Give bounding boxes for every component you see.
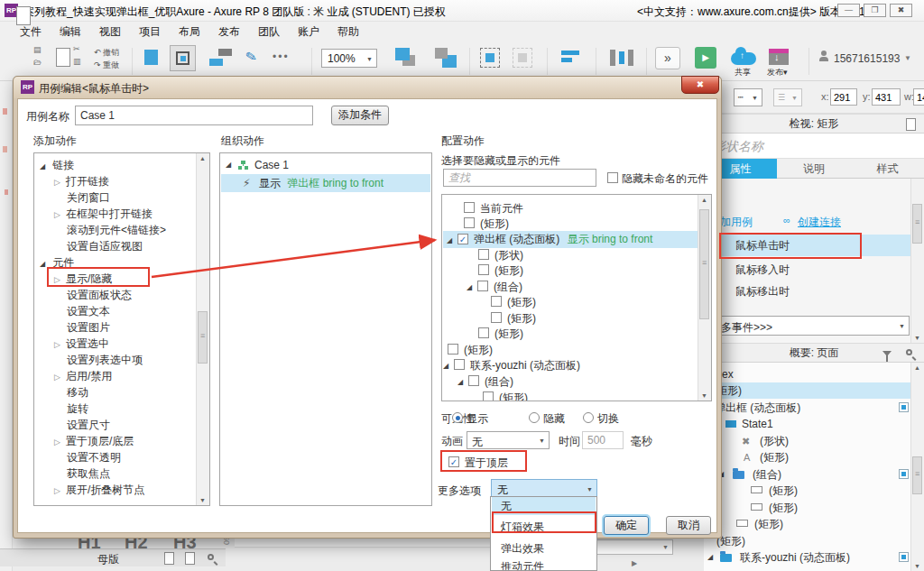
event-onclick[interactable]: 鼠标单击时 <box>704 235 911 256</box>
outline-row-rect[interactable]: (矩形) <box>704 500 911 516</box>
action-item[interactable]: 设置列表选中项 <box>34 352 143 368</box>
time-input[interactable] <box>582 431 624 449</box>
publish-button[interactable]: 发布▾ <box>763 45 799 76</box>
cancel-button[interactable]: 取消 <box>666 516 711 535</box>
ok-button[interactable]: 确定 <box>604 516 649 535</box>
outline-row-state1[interactable]: State1 <box>704 416 911 432</box>
tree-row[interactable]: ◢(组合) <box>442 279 698 295</box>
outline-filter-icon[interactable] <box>882 351 892 356</box>
border-style-select[interactable]: ┅▼ <box>734 88 762 106</box>
dropdown-item-push[interactable]: 推动元件 <box>492 558 596 571</box>
bring-front-checkbox[interactable]: ✓ <box>448 456 459 467</box>
menu-layout[interactable]: 布局 <box>170 24 209 40</box>
hide-unnamed-checkbox[interactable] <box>607 172 618 183</box>
radio-hide[interactable] <box>529 412 540 423</box>
tree-row[interactable]: (矩形) <box>442 342 698 358</box>
create-link-link[interactable]: 创建连接 <box>798 215 841 230</box>
action-item[interactable]: 旋转 <box>34 401 88 417</box>
tree-row[interactable]: (矩形) <box>442 310 698 327</box>
align-icon[interactable] <box>561 51 579 62</box>
send-backward-icon[interactable] <box>435 48 458 68</box>
action-item[interactable]: ▷设置选中 <box>34 336 109 352</box>
add-folder-icon[interactable] <box>185 552 195 565</box>
more-options-select[interactable]: 无▼ <box>491 479 597 498</box>
outline-row-text-rect[interactable]: A (矩形) <box>704 449 911 465</box>
outline-row-popup-panel[interactable]: 弹出框 (动态面板) <box>704 400 911 416</box>
outline-row-contact-panel[interactable]: ◢ 联系-youzhi (动态面板) <box>704 549 911 566</box>
widget-tree-scrollbar[interactable]: ▲ ▼ <box>698 195 711 401</box>
more-events-select[interactable]: 更多事件>>>▼ <box>706 316 910 336</box>
pen-tool-icon[interactable]: ✎ <box>245 48 259 66</box>
expand-toolbar-button[interactable]: » <box>655 47 680 69</box>
action-item[interactable]: 设置尺寸 <box>34 417 110 433</box>
masters-search-icon[interactable] <box>208 554 214 560</box>
account-chevron-icon[interactable]: ▼ <box>904 54 911 62</box>
preview-button[interactable]: ▶ <box>695 47 716 69</box>
paste-icon[interactable]: ▥ <box>73 57 81 66</box>
interactions-scrollbar[interactable]: ▼ <box>910 179 924 343</box>
outline-row-rect[interactable]: (矩形) <box>704 533 911 549</box>
action-item[interactable]: ▷置于顶层/底层 <box>34 433 134 449</box>
action-item[interactable]: ▷展开/折叠树节点 <box>34 482 144 498</box>
redo-button[interactable]: ↷ 重做 <box>94 60 119 71</box>
close-window-button[interactable]: ✖ <box>890 4 912 17</box>
dropdown-item-lightbox[interactable]: 灯箱效果 <box>492 515 596 539</box>
add-actions-scrollbar[interactable]: ▲ ▼ <box>196 153 209 505</box>
menu-publish[interactable]: 发布 <box>209 24 249 40</box>
dialog-close-button[interactable]: ✖ <box>681 76 719 94</box>
action-item[interactable]: 设置文本 <box>34 303 110 319</box>
popup-checkbox[interactable]: ✓ <box>457 234 468 244</box>
tree-row-contact[interactable]: ◢联系-youzhi (动态面板) <box>442 357 698 373</box>
action-item[interactable]: ▷在框架中打开链接 <box>34 206 152 222</box>
action-item[interactable]: 设置自适应视图 <box>34 238 143 254</box>
expand-icon[interactable]: ◢ <box>707 549 713 566</box>
outline-row-shape[interactable]: ✖ (形状) <box>704 433 911 449</box>
action-item[interactable]: 获取焦点 <box>34 465 110 482</box>
outline-row-group[interactable]: ◢ (组合) <box>704 466 911 483</box>
group-icon[interactable] <box>480 48 500 68</box>
restore-button[interactable]: ❐ <box>864 4 886 17</box>
zoom-level-select[interactable]: 100%▼ <box>321 49 377 68</box>
event-mouseout[interactable]: 鼠标移出时 <box>704 281 911 302</box>
tab-notes[interactable]: 说明 <box>777 159 851 179</box>
outline-row-rect-selected[interactable]: (矩形) <box>704 382 911 399</box>
outline-scrollbar[interactable]: ▲ ▼ <box>910 363 924 571</box>
dropdown-item-none[interactable]: 无 <box>492 497 596 515</box>
outline-toggle-icon[interactable] <box>899 469 909 479</box>
menu-project[interactable]: 项目 <box>130 24 170 40</box>
tree-row[interactable]: (矩形) <box>442 326 698 342</box>
tree-row[interactable]: ◢(组合) <box>442 373 698 390</box>
outline-toggle-icon[interactable] <box>899 402 909 412</box>
undo-button[interactable]: ↶ 撤销 <box>94 47 119 59</box>
action-item[interactable]: 移动 <box>34 384 88 401</box>
line-style-select[interactable]: ☰▼ <box>773 88 802 106</box>
tree-row[interactable]: 当前元件 <box>442 200 698 216</box>
more-tools-icon[interactable]: ••• <box>273 51 290 63</box>
ungroup-icon[interactable] <box>513 48 532 68</box>
y-input[interactable] <box>872 88 901 106</box>
w-input[interactable] <box>913 88 924 106</box>
menu-help[interactable]: 帮助 <box>328 24 368 40</box>
x-input[interactable] <box>830 88 857 106</box>
event-mouseenter[interactable]: 鼠标移入时 <box>704 259 911 281</box>
dialog-title-bar[interactable]: RP 用例编辑<鼠标单击时> <box>14 77 721 98</box>
tree-row[interactable]: (矩形) <box>442 294 698 310</box>
tab-style[interactable]: 样式 <box>851 159 924 179</box>
action-item[interactable]: 设置面板状态 <box>34 287 132 303</box>
menu-view[interactable]: 视图 <box>90 24 130 40</box>
inspector-page-icon[interactable] <box>906 118 916 131</box>
outline-row-index[interactable]: index <box>704 366 906 382</box>
tree-row[interactable]: (矩形) <box>442 216 698 232</box>
zoom-tool-button[interactable] <box>170 45 196 71</box>
new-file-icon[interactable] <box>16 6 31 25</box>
outline-row-rect[interactable]: (矩形) <box>704 516 911 532</box>
connector-tool-icon[interactable] <box>209 49 233 67</box>
widget-search-input[interactable] <box>443 169 596 187</box>
case-name-input[interactable] <box>75 106 313 125</box>
action-item[interactable]: ▷打开链接 <box>34 173 109 189</box>
save-icon[interactable]: ▤ <box>33 45 42 54</box>
action-item[interactable]: 滚动到元件<锚链接> <box>34 222 166 238</box>
action-item[interactable]: ▷启用/禁用 <box>34 368 112 384</box>
shape-name-input[interactable] <box>704 134 924 159</box>
tree-row[interactable]: (矩形) <box>442 390 698 401</box>
